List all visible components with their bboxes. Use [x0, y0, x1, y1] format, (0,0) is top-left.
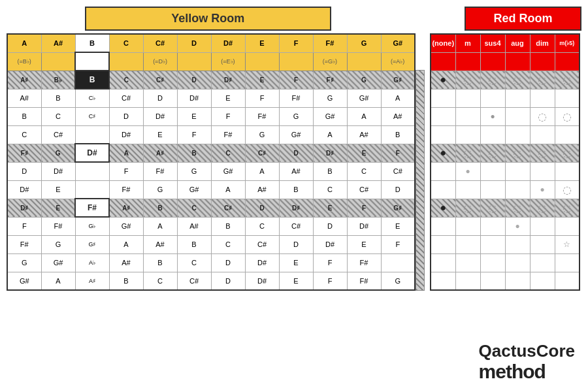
cell: A#	[279, 162, 313, 180]
cell: E	[41, 180, 75, 199]
red-cell: ◌	[505, 144, 530, 162]
cell: D#	[245, 253, 279, 272]
cell: F♯	[313, 71, 347, 89]
cell: D	[143, 89, 177, 107]
cell: G	[41, 144, 75, 162]
dot-outline: ◌	[513, 74, 522, 86]
cell: G#	[313, 107, 347, 125]
dot-filled: ●	[440, 202, 446, 213]
dot-outline: ◌	[513, 203, 522, 214]
dot-outline: ◌	[538, 203, 547, 214]
red-cell: ◌	[530, 144, 555, 162]
cell: A#	[245, 180, 279, 199]
red-cell	[431, 162, 455, 180]
red-cell: ◌	[555, 107, 580, 125]
cell: D#	[313, 235, 347, 253]
red-sub-headers	[431, 52, 580, 71]
row-4: C C# D# E F F# G G# A A# B	[7, 125, 415, 144]
cell: G	[381, 272, 415, 290]
red-cell	[431, 107, 455, 125]
sub-gsharp: (=A♭)	[381, 52, 415, 71]
cell: F#	[347, 272, 381, 290]
sub-g	[347, 52, 381, 71]
cell: B	[279, 180, 313, 199]
cell: B	[381, 125, 415, 144]
cell: C#	[41, 125, 75, 144]
yellow-table: A A# B C C# D D# E F F# G G# (=B♭)	[7, 33, 416, 291]
cell: C	[245, 217, 279, 235]
cell: C♯	[75, 107, 109, 125]
cell: A#	[347, 125, 381, 144]
row-b-highlight: A♯ B♭ B C C♯ D D♯ E F F♯ G G♯	[7, 71, 415, 89]
red-cell: ◌	[530, 199, 555, 217]
col-c: C	[109, 34, 143, 52]
cell: G	[279, 107, 313, 125]
cell: D	[211, 272, 245, 290]
cell: C	[211, 235, 245, 253]
cell: F	[7, 217, 41, 235]
row-dsharp-highlight: F♯ G D# A A♯ B C C♯ D D♯ E F	[7, 144, 415, 162]
cell: B	[313, 162, 347, 180]
cell: G#	[347, 89, 381, 107]
cell: D	[279, 235, 313, 253]
red-cell: ◌	[480, 199, 505, 217]
cell: B	[41, 89, 75, 107]
dot-filled: ●	[440, 74, 446, 85]
row-3: B C C♯ D D# E F F# G G# A A#	[7, 107, 415, 125]
col-none: (none)	[431, 34, 455, 52]
red-cell	[555, 217, 580, 235]
red-cell	[555, 253, 580, 272]
cell: D♯	[313, 144, 347, 162]
red-cell: ◌	[505, 199, 530, 217]
cell	[75, 125, 109, 144]
dot-outline: ◌	[538, 111, 547, 122]
row-9: F F# G♭ G# A A# B C C# D D# E	[7, 217, 415, 235]
cell: A	[41, 272, 75, 290]
cell: F	[279, 71, 313, 89]
red-row-11	[431, 253, 580, 272]
red-cell	[431, 125, 455, 144]
col-aug: aug	[505, 34, 530, 52]
red-cell	[530, 125, 555, 144]
red-table: (none) m sus4 aug dim m(♭5)	[430, 33, 580, 291]
dot-outline: ◌	[563, 111, 572, 122]
red-row-10: ☆	[431, 235, 580, 253]
cell: A	[143, 217, 177, 235]
cell	[381, 253, 415, 272]
red-cell: ◌	[530, 71, 555, 89]
dot-outline: ◌	[463, 203, 472, 214]
cell: G♯	[75, 235, 109, 253]
col-fsharp: F#	[313, 34, 347, 52]
cell: A	[109, 144, 143, 162]
red-cell: ●	[530, 180, 555, 199]
red-cell	[455, 235, 480, 253]
cell: E	[211, 89, 245, 107]
cell: B	[109, 272, 143, 290]
cell: F	[381, 235, 415, 253]
cell: A♭	[75, 253, 109, 272]
row-7: D# E F# G G# A A# B C C# D	[7, 180, 415, 199]
cell: E	[347, 144, 381, 162]
red-row-7: ● ◌	[431, 180, 580, 199]
red-sub	[431, 52, 455, 71]
red-cell	[480, 125, 505, 144]
cell: B	[177, 144, 211, 162]
red-cell	[480, 272, 505, 290]
dot-filled: ●	[440, 147, 446, 158]
red-cell	[530, 253, 555, 272]
cell: A	[211, 180, 245, 199]
column-headers: A A# B C C# D D# E F F# G G#	[7, 34, 415, 52]
red-cell	[530, 89, 555, 107]
cell: A♯	[75, 272, 109, 290]
red-cell: ☆	[555, 235, 580, 253]
cell: C#	[245, 235, 279, 253]
cell: F#	[279, 89, 313, 107]
dot-outline: ◌	[488, 203, 497, 214]
cell: A#	[109, 253, 143, 272]
red-cell: ●	[480, 107, 505, 125]
red-row-9: ●	[431, 217, 580, 235]
sub-d	[177, 52, 211, 71]
col-sus4: sus4	[480, 34, 505, 52]
sub-c	[109, 52, 143, 71]
red-cell: ◌	[455, 199, 480, 217]
